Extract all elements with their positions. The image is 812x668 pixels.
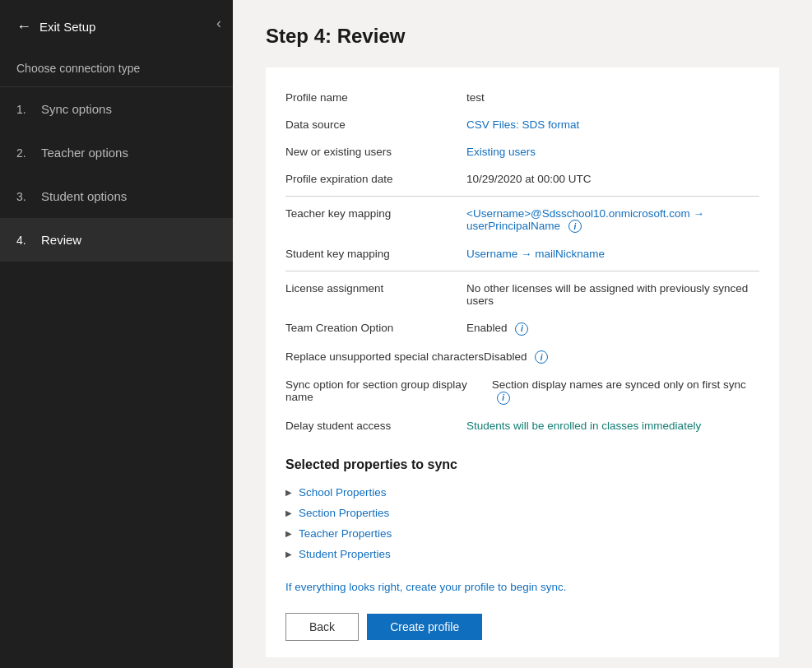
create-profile-button[interactable]: Create profile [367, 614, 482, 640]
back-button[interactable]: Back [285, 613, 359, 641]
sidebar-step-4-label: Review [41, 233, 81, 247]
profile-expiration-value: 10/29/2020 at 00:00 UTC [466, 173, 592, 185]
data-source-row: Data source CSV Files: SDS format [285, 111, 759, 138]
profile-expiration-row: Profile expiration date 10/29/2020 at 00… [285, 165, 759, 193]
buttons-row: Back Create profile [285, 613, 759, 641]
student-properties-label: Student Properties [299, 548, 391, 560]
delay-student-access-value: Students will be enrolled in classes imm… [466, 420, 701, 432]
sidebar: ‹ ← Exit Setup Choose connection type 1.… [0, 0, 233, 668]
sidebar-item-teacher-options[interactable]: 2. Teacher options [0, 131, 233, 174]
sidebar-item-review[interactable]: 4. Review [0, 218, 233, 262]
sidebar-steps: 1. Sync options 2. Teacher options 3. St… [0, 87, 233, 262]
main-content: Step 4: Review Profile name test Data so… [233, 0, 812, 668]
license-assignment-row: License assignment No other licenses wil… [285, 275, 759, 314]
replace-special-chars-row: Replace unsupported special characters D… [285, 343, 759, 371]
exit-setup-label: Exit Setup [39, 20, 95, 34]
license-assignment-label: License assignment [285, 282, 466, 295]
replace-special-chars-value: Disabled i [484, 350, 548, 364]
delay-student-access-row: Delay student access Students will be en… [285, 412, 759, 439]
delay-student-access-label: Delay student access [285, 420, 466, 432]
sidebar-item-student-options[interactable]: 3. Student options [0, 174, 233, 218]
student-properties-chevron-icon: ▶ [285, 550, 292, 559]
step-3-number: 3. [16, 190, 33, 203]
teacher-key-mapping-label: Teacher key mapping [285, 207, 466, 220]
divider-2 [285, 271, 759, 271]
new-existing-users-row: New or existing users Existing users [285, 138, 759, 165]
profile-name-value: test [466, 91, 485, 104]
school-properties-item[interactable]: ▶ School Properties [285, 482, 759, 503]
section-properties-item[interactable]: ▶ Section Properties [285, 503, 759, 523]
sidebar-step-3-label: Student options [41, 189, 127, 203]
review-content-box: Profile name test Data source CSV Files:… [266, 67, 779, 657]
data-source-label: Data source [285, 118, 466, 131]
license-assignment-value: No other licenses will be assigned with … [466, 282, 759, 307]
exit-setup-button[interactable]: ← Exit Setup [0, 0, 233, 50]
student-key-mapping-label: Student key mapping [285, 248, 466, 260]
profile-name-row: Profile name test [285, 84, 759, 111]
teacher-properties-label: Teacher Properties [299, 527, 392, 540]
choose-connection-type-label: Choose connection type [0, 50, 233, 87]
teacher-properties-chevron-icon: ▶ [285, 529, 292, 538]
team-creation-info-icon[interactable]: i [515, 322, 528, 336]
profile-name-label: Profile name [285, 91, 466, 104]
teacher-key-mapping-info-icon[interactable]: i [568, 220, 582, 233]
sync-option-section-value: Section display names are synced only on… [492, 378, 759, 404]
student-properties-item[interactable]: ▶ Student Properties [285, 544, 759, 564]
step-2-number: 2. [16, 146, 33, 160]
school-properties-chevron-icon: ▶ [285, 488, 292, 497]
divider-1 [285, 196, 759, 197]
back-arrow-icon: ← [16, 18, 31, 35]
sync-option-section-row: Sync option for section group display na… [285, 371, 759, 411]
replace-special-chars-label: Replace unsupported special characters [285, 350, 484, 363]
replace-special-chars-info-icon[interactable]: i [535, 350, 548, 364]
team-creation-row: Team Creation Option Enabled i [285, 314, 759, 342]
sync-option-section-label: Sync option for section group display na… [285, 378, 492, 403]
teacher-key-mapping-row: Teacher key mapping <Username>@Sdsschool… [285, 200, 759, 240]
section-properties-label: Section Properties [299, 507, 389, 519]
teacher-key-mapping-value: <Username>@Sdsschool10.onmicrosoft.com →… [466, 207, 759, 233]
step-4-number: 4. [16, 234, 33, 247]
profile-expiration-label: Profile expiration date [285, 173, 466, 185]
sidebar-step-1-label: Sync options [41, 102, 112, 116]
school-properties-label: School Properties [299, 486, 387, 499]
collapse-button[interactable]: ‹ [216, 15, 221, 32]
page-title: Step 4: Review [266, 25, 779, 48]
new-existing-users-label: New or existing users [285, 146, 466, 158]
data-source-value: CSV Files: SDS format [466, 118, 579, 131]
team-creation-label: Team Creation Option [285, 322, 466, 334]
section-properties-chevron-icon: ▶ [285, 508, 292, 517]
sidebar-step-2-label: Teacher options [41, 146, 128, 160]
selected-properties-title: Selected properties to sync [285, 457, 759, 472]
teacher-properties-item[interactable]: ▶ Teacher Properties [285, 523, 759, 544]
footer-note: If everything looks right, create your p… [285, 581, 759, 593]
new-existing-users-value: Existing users [466, 146, 536, 158]
team-creation-value: Enabled i [466, 322, 528, 335]
sync-option-info-icon[interactable]: i [497, 392, 510, 405]
student-key-mapping-row: Student key mapping Username → mailNickn… [285, 240, 759, 267]
step-1-number: 1. [16, 103, 33, 116]
student-key-mapping-value: Username → mailNickname [466, 248, 605, 260]
sidebar-item-sync-options[interactable]: 1. Sync options [0, 87, 233, 131]
